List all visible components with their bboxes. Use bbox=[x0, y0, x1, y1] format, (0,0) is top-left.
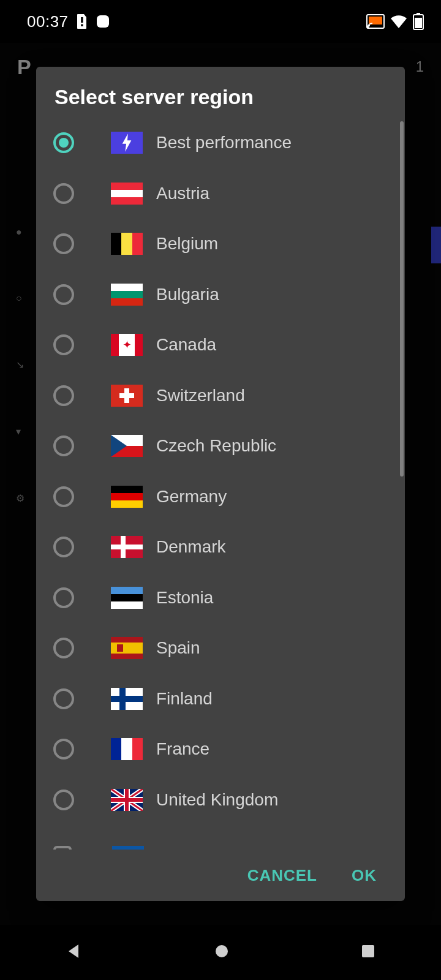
svg-rect-2 bbox=[97, 15, 109, 28]
region-label: Belgium bbox=[156, 234, 218, 254]
radio-button[interactable] bbox=[53, 284, 74, 305]
flag-bulgaria-icon bbox=[111, 284, 143, 306]
flag-czech-icon bbox=[111, 435, 143, 457]
dialog-title: Select server region bbox=[36, 67, 405, 118]
lightning-icon bbox=[111, 132, 143, 154]
list-row-peek bbox=[51, 846, 399, 850]
region-option-ch[interactable]: Switzerland bbox=[51, 371, 399, 421]
region-label: Bulgaria bbox=[156, 285, 219, 304]
region-option-es[interactable]: Spain bbox=[51, 623, 399, 674]
region-option-de[interactable]: Germany bbox=[51, 472, 399, 522]
scrollbar-thumb[interactable] bbox=[400, 121, 404, 477]
region-list[interactable]: Best performanceAustriaBelgiumBulgaria✦C… bbox=[51, 118, 399, 825]
nav-home-icon[interactable] bbox=[213, 942, 231, 963]
region-label: Czech Republic bbox=[156, 436, 276, 456]
region-label: Spain bbox=[156, 638, 200, 658]
radio-button[interactable] bbox=[53, 183, 74, 204]
flag-uk-icon bbox=[111, 789, 143, 811]
system-nav-bar bbox=[0, 925, 441, 980]
radio-button[interactable] bbox=[53, 739, 74, 760]
region-label: Best performance bbox=[156, 133, 292, 153]
region-option-ca[interactable]: ✦Canada bbox=[51, 320, 399, 371]
radio-button[interactable] bbox=[53, 132, 74, 153]
region-option-ee[interactable]: Estonia bbox=[51, 573, 399, 624]
flag-switzerland-icon bbox=[111, 385, 143, 407]
radio-button[interactable] bbox=[53, 790, 74, 810]
region-label: Germany bbox=[156, 487, 227, 507]
region-label: United Kingdom bbox=[156, 790, 278, 810]
flag-belgium-icon bbox=[111, 233, 143, 255]
app-indicator-icon bbox=[96, 14, 110, 29]
sim-alert-icon bbox=[76, 13, 88, 29]
flag-finland-icon bbox=[111, 688, 143, 710]
status-bar: 00:37 bbox=[0, 0, 441, 43]
region-label: France bbox=[156, 739, 209, 759]
dialog-actions: CANCEL OK bbox=[36, 850, 405, 901]
modal-overlay: Select server region Best performanceAus… bbox=[0, 43, 441, 925]
flag-germany-icon bbox=[111, 486, 143, 508]
svg-point-5 bbox=[368, 27, 369, 29]
region-option-best[interactable]: Best performance bbox=[51, 118, 399, 168]
flag-denmark-icon bbox=[111, 536, 143, 558]
svg-rect-15 bbox=[362, 945, 374, 957]
region-option-be[interactable]: Belgium bbox=[51, 219, 399, 270]
server-region-dialog: Select server region Best performanceAus… bbox=[36, 67, 405, 901]
nav-back-icon[interactable] bbox=[65, 942, 83, 963]
svg-rect-1 bbox=[81, 24, 83, 26]
status-time: 00:37 bbox=[27, 12, 69, 31]
radio-button[interactable] bbox=[53, 334, 74, 355]
radio-button[interactable] bbox=[53, 688, 74, 709]
region-option-bg[interactable]: Bulgaria bbox=[51, 270, 399, 320]
region-option-gb[interactable]: United Kingdom bbox=[51, 775, 399, 826]
flag-canada-icon: ✦ bbox=[111, 334, 143, 356]
radio-button[interactable] bbox=[53, 435, 74, 456]
flag-france-icon bbox=[111, 738, 143, 760]
cast-icon bbox=[366, 14, 385, 29]
wifi-icon bbox=[390, 14, 408, 29]
flag-austria-icon bbox=[111, 183, 143, 205]
nav-recent-icon[interactable] bbox=[360, 943, 376, 962]
region-label: Switzerland bbox=[156, 386, 245, 405]
flag-estonia-icon bbox=[111, 587, 143, 609]
cancel-button[interactable]: CANCEL bbox=[247, 866, 317, 885]
svg-rect-13 bbox=[111, 798, 143, 802]
region-label: Estonia bbox=[156, 588, 213, 608]
region-label: Canada bbox=[156, 335, 216, 355]
region-label: Austria bbox=[156, 184, 209, 203]
battery-icon bbox=[413, 13, 424, 30]
svg-rect-8 bbox=[415, 18, 422, 28]
radio-button[interactable] bbox=[53, 587, 74, 608]
radio-button[interactable] bbox=[53, 233, 74, 254]
region-option-fi[interactable]: Finland bbox=[51, 674, 399, 725]
radio-button[interactable] bbox=[53, 537, 74, 557]
ok-button[interactable]: OK bbox=[352, 866, 380, 885]
region-option-fr[interactable]: France bbox=[51, 724, 399, 775]
region-option-at[interactable]: Austria bbox=[51, 168, 399, 219]
region-label: Denmark bbox=[156, 537, 226, 557]
svg-point-14 bbox=[216, 945, 228, 957]
radio-button[interactable] bbox=[53, 486, 74, 507]
region-option-dk[interactable]: Denmark bbox=[51, 522, 399, 573]
radio-button[interactable] bbox=[53, 385, 74, 406]
flag-spain-icon bbox=[111, 637, 143, 659]
svg-rect-0 bbox=[81, 17, 83, 23]
region-option-cz[interactable]: Czech Republic bbox=[51, 421, 399, 472]
region-label: Finland bbox=[156, 689, 213, 709]
radio-button[interactable] bbox=[53, 638, 74, 658]
